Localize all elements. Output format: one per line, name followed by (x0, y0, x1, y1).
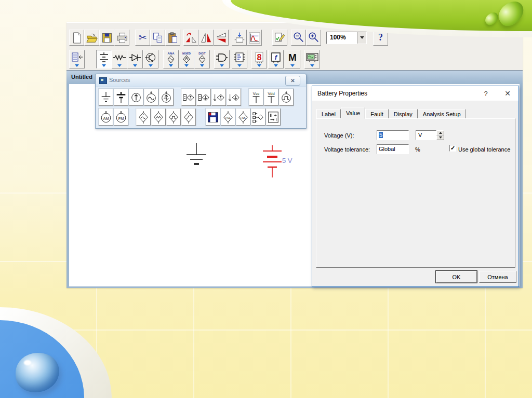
sources-palette-close-button[interactable]: ✕ (285, 76, 300, 86)
cut-button[interactable]: ✂ (135, 30, 150, 46)
sources-palette-title-bar[interactable]: Sources ✕ (96, 74, 306, 87)
analog-ics-icon: ANA (164, 51, 178, 64)
open-folder-icon (86, 32, 98, 44)
print-button[interactable] (114, 30, 129, 46)
fsk-source-button[interactable]: FSK (236, 108, 250, 126)
vc-square-oscillator-button[interactable] (166, 108, 181, 126)
bin-mixed-ics-button[interactable]: MIXED (179, 50, 194, 68)
document-title: Untitled (71, 74, 92, 80)
flip-horizontal-button[interactable] (198, 30, 214, 46)
zoom-in-button[interactable] (306, 30, 321, 46)
ana-label: ANA (168, 52, 175, 55)
vccs-source-button[interactable] (196, 89, 211, 106)
digital-chip-icon (233, 51, 246, 64)
ccvs-source-button[interactable] (211, 89, 226, 106)
rotate-button[interactable] (183, 30, 198, 46)
ac-voltage-source-button[interactable] (144, 89, 158, 106)
cancel-button[interactable]: Отмена (479, 271, 516, 283)
bin-sources-button[interactable] (96, 50, 112, 68)
bin-digital-ics-button[interactable]: DIGIT (194, 50, 210, 68)
write-data-button[interactable] (206, 108, 220, 126)
zoom-in-icon (308, 32, 320, 44)
ac-current-source-button[interactable] (159, 89, 174, 106)
vcc-source-button[interactable]: Vcc (249, 89, 263, 106)
voltage-tolerance-input[interactable]: Global (377, 144, 409, 154)
instruments-icon (305, 51, 319, 64)
graph-icon (248, 32, 261, 44)
ground-icon (100, 90, 112, 105)
bin-instruments-button[interactable] (304, 50, 320, 68)
tab-fault[interactable]: Fault (365, 109, 388, 119)
pul-label: PUL (225, 116, 231, 119)
bin-logic-gates-button[interactable] (214, 50, 230, 68)
dialog-help-button[interactable]: ? (478, 86, 494, 101)
cccs-source-button[interactable] (227, 89, 241, 106)
component-properties-button[interactable] (272, 30, 287, 46)
ok-button[interactable]: OK (436, 271, 477, 283)
vc-triangle-oscillator-icon (152, 110, 165, 125)
checkmark-icon: ✓ (450, 145, 455, 151)
use-global-tolerance-checkbox[interactable]: ✓ (449, 145, 456, 152)
bin-miscellaneous-button[interactable]: M (285, 50, 300, 68)
bin-transistors-button[interactable] (143, 50, 158, 68)
voltage-input[interactable]: 5 (377, 130, 409, 140)
ground-source-button[interactable] (99, 89, 113, 106)
bin-favorites-button[interactable] (69, 50, 85, 68)
zoom-level-combobox[interactable]: 100% (326, 32, 367, 44)
am-source-button[interactable]: AM (99, 108, 113, 126)
ground-symbol[interactable] (184, 142, 208, 169)
dropdown-arrow-icon (237, 64, 242, 67)
new-document-button[interactable] (69, 30, 84, 46)
ccvs-icon (212, 90, 225, 105)
one-shot-icon (182, 110, 195, 125)
zoom-level-dropdown-button[interactable] (357, 32, 366, 44)
vdd-source-button[interactable]: Vdd (264, 89, 278, 106)
flip-vertical-icon (215, 32, 228, 44)
vccs-icon (197, 90, 210, 105)
bin-diodes-button[interactable] (127, 50, 143, 68)
fsk-label: FSK (241, 116, 246, 119)
dropdown-arrow-icon (220, 64, 224, 67)
chevron-down-icon (360, 36, 364, 39)
dropdown-arrow-icon (117, 64, 122, 67)
fm-source-button[interactable]: FM (114, 108, 128, 126)
tab-label[interactable]: Label (316, 109, 341, 119)
favorites-icon (70, 51, 84, 64)
open-file-button[interactable] (84, 30, 99, 46)
bin-basic-button[interactable] (112, 50, 127, 68)
vc-sine-oscillator-button[interactable] (136, 108, 151, 126)
dialog-title-bar[interactable]: Battery Properties ? ✕ (312, 86, 518, 101)
zoom-out-button[interactable] (291, 30, 306, 46)
spinner-down-button[interactable] (436, 135, 444, 141)
pulse-source-button[interactable]: PUL (221, 108, 235, 126)
display-graphs-button[interactable] (247, 30, 262, 46)
controlled-one-shot-button[interactable] (181, 108, 196, 126)
main-toolbar: ✂ 100% ? (69, 30, 388, 46)
copy-button[interactable] (150, 30, 165, 46)
nonlinear-dependent-source-button[interactable] (266, 108, 281, 126)
ewb-application-window: ✂ 100% ? ANA MIXED (66, 22, 523, 288)
voltage-unit-spinner[interactable]: V (416, 130, 444, 140)
clock-source-button[interactable] (279, 89, 294, 106)
tab-value[interactable]: Value (341, 107, 365, 119)
battery-source-button[interactable] (114, 89, 128, 106)
battery-symbol-selected[interactable] (260, 144, 285, 180)
bin-indicators-button[interactable]: 8 (251, 50, 267, 68)
vcvs-source-button[interactable] (181, 89, 196, 106)
save-button[interactable] (99, 30, 114, 46)
bin-controls-button[interactable]: f (268, 50, 284, 68)
dialog-close-button[interactable]: ✕ (500, 86, 515, 101)
bin-digital-button[interactable] (232, 50, 247, 68)
dc-current-source-button[interactable] (129, 89, 143, 106)
tab-display[interactable]: Display (389, 109, 418, 119)
flip-vertical-button[interactable] (214, 30, 229, 46)
tab-analysis-setup[interactable]: Analysis Setup (418, 109, 466, 119)
bin-analog-ics-button[interactable]: ANA (163, 50, 179, 68)
sources-row-1: Vcc Vdd (96, 87, 306, 107)
vc-triangle-oscillator-button[interactable] (151, 108, 166, 126)
spinner-up-button[interactable] (436, 130, 444, 135)
polynomial-source-button[interactable] (251, 108, 265, 126)
create-subcircuit-button[interactable] (232, 30, 247, 46)
paste-button[interactable] (165, 30, 180, 46)
digit-label: DIGIT (198, 52, 205, 55)
